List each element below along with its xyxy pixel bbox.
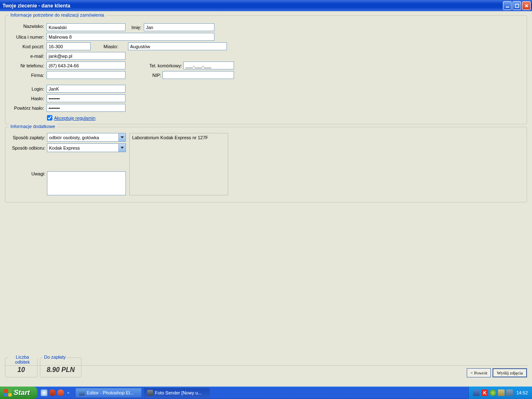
accept-terms-link[interactable]: Akceptuję regulamin	[54, 116, 96, 121]
footer-buttons: < Powrót Wyślij zdjęcia	[467, 368, 527, 377]
pay-label: Do zapłaty	[43, 355, 67, 360]
pay-box: Do zapłaty 8.90 PLN	[40, 357, 81, 377]
zip-input[interactable]	[47, 42, 91, 50]
summary-area: Liczba odbitek 10 Do zapłaty 8.90 PLN	[5, 357, 81, 377]
clock[interactable]: 14:52	[515, 390, 528, 395]
pay-value: 8.90 PLN	[44, 366, 78, 374]
tray-icon-3[interactable]	[490, 389, 496, 396]
login-input[interactable]	[47, 85, 126, 93]
street-label: Ulica i numer:	[9, 33, 45, 41]
minimize-button[interactable]	[503, 1, 512, 10]
nip-label: NIP:	[128, 73, 161, 78]
mobile-input[interactable]	[183, 62, 234, 69]
mobile-label: Tel. komórkowy:	[149, 63, 182, 68]
content-area: Informacje potrzebne do realizacji zamów…	[0, 11, 532, 382]
additional-info-group: Informacje dodatkowe Sposób zapłaty: odb…	[5, 127, 527, 202]
chevron-down-icon	[118, 133, 126, 141]
password-input[interactable]	[47, 94, 126, 102]
taskbar-item-1[interactable]: Editor - Photoshop El...	[75, 388, 142, 398]
maximize-button[interactable]	[512, 1, 521, 10]
windows-logo-icon	[4, 389, 12, 397]
lab-info-text: Laboratorium Kodak Express nr 127F	[132, 135, 208, 140]
phone-label: Nr telefonu:	[9, 62, 45, 69]
lab-info-panel: Laboratorium Kodak Express nr 127F	[129, 133, 228, 195]
app-icon	[147, 390, 153, 396]
quick-icon-2[interactable]	[49, 389, 56, 396]
payment-value: odbiór osobisty, gotówka	[47, 135, 118, 140]
notes-label: Uwagi:	[9, 171, 45, 176]
accept-terms-checkbox[interactable]	[47, 115, 52, 121]
firstname-label: Imię:	[127, 23, 143, 31]
svg-rect-0	[506, 7, 509, 7]
window-controls	[503, 1, 531, 10]
taskbar: Start » Editor - Photoshop El... Foto Se…	[0, 387, 532, 399]
start-label: Start	[14, 389, 30, 397]
password-repeat-input[interactable]	[47, 104, 126, 112]
surname-input[interactable]	[47, 23, 126, 31]
customer-info-group: Informacje potrzebne do realizacji zamów…	[5, 15, 527, 124]
quick-chevron-icon[interactable]: »	[66, 391, 71, 395]
quick-launch: »	[37, 387, 74, 399]
city-label: Miasto:	[92, 44, 118, 49]
chevron-down-icon	[118, 144, 126, 152]
login-label: Login:	[9, 85, 45, 93]
quick-icon-3[interactable]	[57, 389, 64, 396]
password-repeat-label: Powtórz hasło:	[9, 104, 45, 112]
additional-info-legend: Informacje dodatkowe	[9, 124, 57, 129]
company-label: Firma:	[9, 71, 45, 79]
quick-icon-1[interactable]	[41, 389, 47, 396]
payment-select[interactable]: odbiór osobisty, gotówka	[47, 133, 126, 142]
tray-icon-2[interactable]: K	[481, 389, 488, 396]
count-label: Liczba odbitek	[8, 355, 37, 365]
password-label: Hasło:	[9, 94, 45, 102]
taskbar-item-2[interactable]: Foto Sender [Nowy u...	[143, 388, 210, 398]
window-title: Twoje zlecenie - dane klienta	[2, 3, 70, 9]
svg-rect-1	[515, 4, 519, 7]
divider	[4, 365, 528, 366]
company-input[interactable]	[47, 71, 126, 79]
payment-label: Sposób zapłaty:	[9, 135, 45, 140]
count-box: Liczba odbitek 10	[5, 357, 37, 377]
phone-input[interactable]	[47, 62, 126, 69]
zip-label: Kod poczt:	[9, 42, 45, 50]
delivery-value: Kodak Express	[47, 145, 118, 150]
firstname-input[interactable]	[144, 23, 214, 31]
email-input[interactable]	[47, 52, 126, 60]
surname-label: Nazwisko:	[9, 24, 45, 29]
count-value: 10	[9, 366, 34, 374]
titlebar: Twoje zlecenie - dane klienta	[0, 0, 532, 11]
email-label: e-mail:	[9, 52, 45, 60]
close-button[interactable]	[522, 1, 531, 10]
start-button[interactable]: Start	[0, 387, 37, 399]
system-tray: K 14:52	[468, 387, 532, 399]
task1-label: Editor - Photoshop El...	[87, 390, 134, 395]
delivery-select[interactable]: Kodak Express	[47, 143, 126, 152]
task2-label: Foto Sender [Nowy u...	[155, 390, 202, 395]
city-input[interactable]	[128, 42, 227, 50]
tray-icon-1[interactable]	[473, 389, 480, 396]
street-input[interactable]	[47, 33, 214, 41]
back-button[interactable]: < Powrót	[467, 368, 491, 377]
tray-icon-4[interactable]	[498, 389, 505, 396]
delivery-label: Sposób odbioru:	[9, 145, 45, 150]
notes-textarea[interactable]	[47, 171, 126, 195]
customer-info-legend: Informacje potrzebne do realizacji zamów…	[9, 12, 106, 17]
send-button[interactable]: Wyślij zdjęcia	[493, 368, 527, 377]
tray-icon-5[interactable]	[506, 389, 513, 396]
nip-input[interactable]	[163, 71, 234, 79]
app-icon	[79, 390, 85, 396]
